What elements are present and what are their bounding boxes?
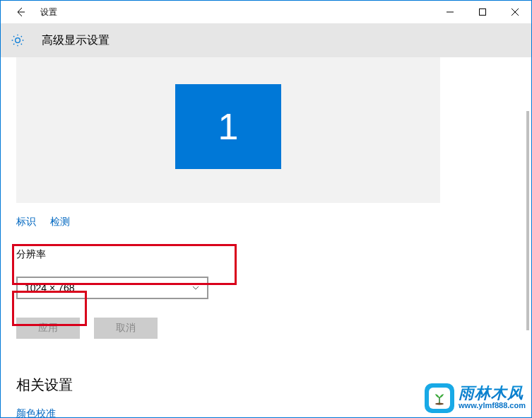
arrow-left-icon [15,6,26,18]
close-icon [512,8,519,16]
resolution-dropdown[interactable]: 1024 × 768 [16,277,208,299]
watermark-text: 雨林木风 www.ylmf888.com [459,385,526,410]
maximize-icon [479,8,486,16]
svg-rect-2 [480,9,486,16]
watermark: 雨林木风 www.ylmf888.com [425,383,526,413]
svg-point-5 [435,403,444,405]
minimize-button[interactable] [434,1,466,23]
sprout-icon [432,391,447,405]
gear-icon [11,33,25,47]
scrollbar[interactable] [524,59,529,412]
apply-button[interactable]: 应用 [16,318,80,339]
monitor-number: 1 [218,105,239,148]
content: 1 标识 检测 分辨率 1024 × 768 应用 取消 相关设置 颜色校准 [1,57,531,417]
header: 高级显示设置 [1,23,531,57]
back-button[interactable] [6,1,35,23]
close-button[interactable] [499,1,531,23]
monitor-preview: 1 [16,57,440,203]
watermark-logo [425,383,454,413]
monitor-1[interactable]: 1 [175,84,281,169]
detect-link[interactable]: 检测 [50,216,70,228]
page-heading: 高级显示设置 [42,33,110,48]
identify-link[interactable]: 标识 [16,216,36,228]
monitor-links: 标识 检测 [16,216,516,228]
minimize-icon [447,8,454,16]
button-row: 应用 取消 [16,318,516,339]
cancel-button[interactable]: 取消 [94,318,158,339]
watermark-zh: 雨林木风 [459,385,526,401]
resolution-value: 1024 × 768 [25,282,74,294]
watermark-url: www.ylmf888.com [459,401,526,410]
window-controls [434,1,531,23]
maximize-button[interactable] [466,1,499,23]
chevron-down-icon [191,284,200,292]
scrollbar-thumb[interactable] [526,111,529,330]
resolution-label: 分辨率 [16,248,516,261]
titlebar: 设置 [1,1,531,23]
window-title: 设置 [40,6,57,18]
